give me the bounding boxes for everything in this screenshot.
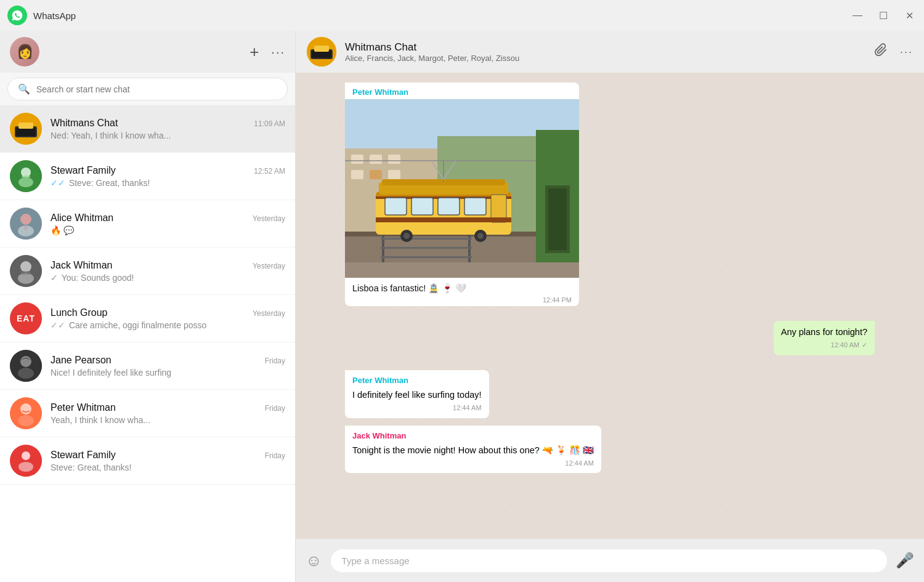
list-item[interactable]: Whitmans Chat 11:09 AM Ned: Yeah, I thin…: [0, 105, 295, 153]
chat-header-name: Whitmans Chat: [345, 41, 865, 54]
svg-rect-42: [381, 256, 472, 258]
chat-preview: Steve: Great, thanks!: [51, 463, 285, 472]
window-controls: — ☐ ✕: [850, 10, 917, 22]
svg-rect-40: [381, 238, 472, 240]
chat-input-bar: ☺ Type a message 🎤: [296, 539, 924, 582]
svg-rect-53: [376, 217, 511, 222]
chat-time: 12:52 AM: [254, 167, 285, 176]
search-input[interactable]: [36, 84, 277, 94]
svg-point-21: [22, 451, 30, 460]
chat-info: Jack Whitman Yesterday ✓ You: Sounds goo…: [51, 260, 285, 283]
sidebar-header-actions: + ···: [249, 42, 285, 62]
svg-point-19: [18, 415, 34, 426]
svg-rect-13: [21, 271, 31, 275]
menu-button[interactable]: ···: [271, 45, 285, 59]
avatar: [10, 445, 42, 477]
chat-info: Stewart Family 12:52 AM ✓✓ Steve: Great,…: [51, 165, 285, 188]
message-image[interactable]: [345, 99, 579, 278]
svg-rect-41: [381, 247, 472, 249]
message-tick: ✓: [862, 341, 867, 350]
svg-rect-64: [548, 188, 567, 250]
message-input[interactable]: Type a message: [331, 549, 887, 572]
messages-area: Peter Whitman: [296, 73, 924, 539]
mic-button[interactable]: 🎤: [896, 552, 914, 569]
chat-time: Friday: [265, 451, 285, 460]
svg-rect-3: [18, 123, 33, 129]
list-item[interactable]: EAT Lunch Group Yesterday ✓✓ Care amiche…: [0, 295, 295, 342]
chat-name: Jane Pearson: [51, 355, 111, 366]
chat-time: Yesterday: [253, 262, 285, 270]
list-item[interactable]: Jack Whitman Yesterday ✓ You: Sounds goo…: [0, 248, 295, 295]
chat-time: Yesterday: [253, 214, 285, 223]
app-logo: [7, 6, 27, 25]
list-item[interactable]: Stewart Family 12:52 AM ✓✓ Steve: Great,…: [0, 153, 295, 200]
svg-rect-2: [16, 127, 36, 136]
message-bubble: Jack Whitman Tonight is the movie night!…: [345, 426, 601, 474]
avatar: [10, 208, 42, 240]
svg-rect-51: [464, 198, 486, 215]
message-caption: Lisboa is fantastic! 🚊 🍷 🤍 12:44 PM: [345, 278, 579, 306]
message-sender-name: Jack Whitman: [352, 430, 594, 442]
message-text: I definitely feel like surfing today!: [352, 390, 482, 400]
svg-point-20: [10, 445, 42, 477]
message-text: Tonight is the movie night! How about th…: [352, 445, 594, 455]
attachment-button[interactable]: [874, 43, 888, 60]
chat-name: Lunch Group: [51, 307, 108, 318]
avatar: [10, 255, 42, 287]
svg-rect-30: [351, 155, 363, 164]
svg-rect-48: [385, 198, 407, 215]
svg-rect-32: [388, 155, 400, 164]
svg-point-16: [18, 368, 34, 379]
message-sender-name: Peter Whitman: [352, 375, 482, 386]
chat-time: 11:09 AM: [254, 119, 285, 128]
app-title: WhatsApp: [33, 10, 850, 21]
message-time: 12:40 AM: [831, 341, 859, 350]
svg-point-55: [403, 233, 410, 239]
list-item[interactable]: Peter Whitman Friday Yeah, I think I kno…: [0, 390, 295, 437]
svg-rect-26: [314, 46, 329, 52]
chat-preview: ✓ You: Sounds good!: [51, 273, 285, 283]
chat-time: Friday: [265, 357, 285, 365]
chat-area: Whitmans Chat Alice, Francis, Jack, Marg…: [296, 31, 924, 582]
search-icon: 🔍: [18, 83, 30, 95]
search-input-wrap[interactable]: 🔍: [7, 78, 288, 100]
list-item[interactable]: Jane Pearson Friday Nice! I definitely f…: [0, 342, 295, 390]
svg-rect-31: [370, 155, 382, 164]
app-body: 👩 + ··· 🔍: [0, 31, 924, 582]
chat-menu-button[interactable]: ···: [900, 46, 913, 59]
avatar: [10, 113, 42, 145]
sidebar: 👩 + ··· 🔍: [0, 31, 296, 582]
message-bubble: Peter Whitman: [345, 83, 579, 306]
list-item[interactable]: Stewart Family Friday Steve: Great, than…: [0, 437, 295, 485]
svg-rect-49: [411, 198, 433, 215]
svg-rect-34: [370, 170, 382, 179]
chat-info: Whitmans Chat 11:09 AM Ned: Yeah, I thin…: [51, 118, 285, 140]
chat-header-avatar[interactable]: [307, 37, 336, 67]
chat-time: Yesterday: [253, 309, 285, 318]
search-bar: 🔍: [0, 73, 295, 105]
chat-list: Whitmans Chat 11:09 AM Ned: Yeah, I thin…: [0, 105, 295, 582]
chat-name: Stewart Family: [51, 165, 116, 176]
maximize-button[interactable]: ☐: [876, 10, 891, 22]
chat-name: Jack Whitman: [51, 260, 112, 271]
chat-name: Alice Whitman: [51, 212, 113, 224]
chat-preview: Ned: Yeah, I think I know wha...: [51, 131, 285, 140]
message-bubble: Any plans for tonight? 12:40 AM ✓: [774, 321, 875, 355]
message-time: 12:44 AM: [453, 403, 481, 413]
message-bubble: Peter Whitman I definitely feel like sur…: [345, 370, 489, 418]
svg-point-18: [20, 403, 31, 414]
user-avatar[interactable]: 👩: [10, 37, 39, 67]
minimize-button[interactable]: —: [850, 10, 865, 21]
chat-header-members: Alice, Francis, Jack, Margot, Peter, Roy…: [345, 54, 865, 63]
chat-info: Peter Whitman Friday Yeah, I think I kno…: [51, 402, 285, 425]
avatar: [10, 350, 42, 382]
svg-point-11: [20, 261, 31, 272]
chat-preview: 🔥 💬: [51, 225, 285, 235]
emoji-button[interactable]: ☺: [306, 551, 322, 570]
new-chat-button[interactable]: +: [249, 42, 259, 62]
close-button[interactable]: ✕: [902, 10, 917, 22]
chat-header-info[interactable]: Whitmans Chat Alice, Francis, Jack, Marg…: [345, 41, 865, 63]
chat-info: Stewart Family Friday Steve: Great, than…: [51, 450, 285, 472]
list-item[interactable]: Alice Whitman Yesterday 🔥 💬: [0, 200, 295, 248]
caption-text: Lisboa is fantastic! 🚊 🍷 🤍: [352, 283, 466, 293]
